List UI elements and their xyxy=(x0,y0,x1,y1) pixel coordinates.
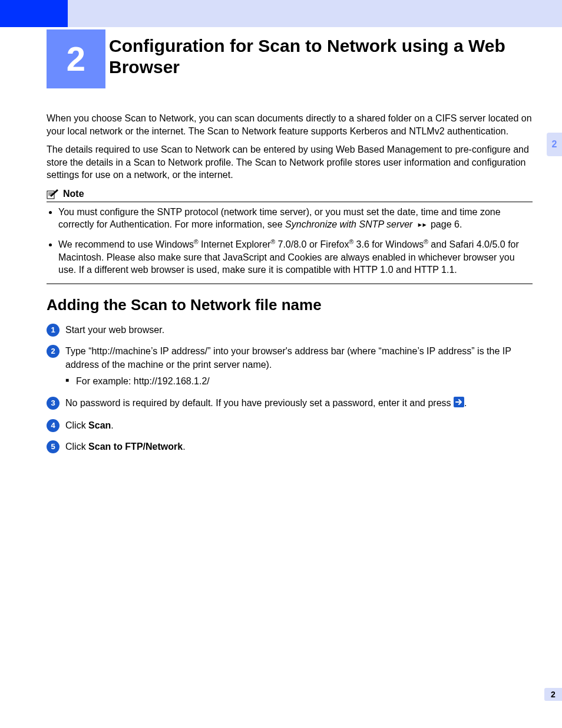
step-5: 5 Click Scan to FTP/Network. xyxy=(47,440,533,453)
step-4-text-post: . xyxy=(111,420,113,430)
step-3-text-post: . xyxy=(464,398,467,408)
intro-paragraph-2: The details required to use Scan to Netw… xyxy=(47,143,533,182)
step-badge-4: 4 xyxy=(47,419,59,432)
note-list: You must configure the SNTP protocol (ne… xyxy=(58,206,533,276)
step-3-text-pre: No password is required by default. If y… xyxy=(65,398,454,408)
step-badge-5: 5 xyxy=(47,440,59,453)
note-item-1-text-post: page 6. xyxy=(431,219,462,229)
step-3: 3 No password is required by default. If… xyxy=(47,397,533,411)
note-heading: Note xyxy=(47,187,533,202)
note-item-2: We recommend to use Windows® Internet Ex… xyxy=(58,238,533,276)
section-heading: Adding the Scan to Network file name xyxy=(47,295,533,315)
page-number: 2 xyxy=(544,688,562,701)
side-chapter-tab: 2 xyxy=(547,133,562,156)
step-4-bold: Scan xyxy=(88,420,111,430)
step-2: 2 Type “http://machine’s IP address/” in… xyxy=(47,345,533,388)
intro-paragraph-1: When you choose Scan to Network, you can… xyxy=(47,112,533,137)
note-icon xyxy=(47,189,59,199)
header-accent-blue xyxy=(0,0,68,27)
header-bar xyxy=(0,0,562,27)
note-label: Note xyxy=(63,187,84,200)
registered-mark-3: ® xyxy=(349,239,353,245)
step-4-text-pre: Click xyxy=(65,420,88,430)
double-arrow-icon: ▸▸ xyxy=(412,219,431,230)
step-badge-1: 1 xyxy=(47,324,59,337)
note-item-2-seg2: Internet Explorer xyxy=(199,239,271,249)
note-item-2-seg3: 7.0/8.0 or Firefox xyxy=(275,239,349,249)
note-item-1-xref: Synchronize with SNTP server xyxy=(285,219,412,229)
step-5-text-pre: Click xyxy=(65,442,88,452)
step-2-text: Type “http://machine’s IP address/” into… xyxy=(65,346,511,369)
divider xyxy=(47,284,533,284)
note-item-2-seg4: 3.6 for Windows xyxy=(353,239,424,249)
step-badge-3: 3 xyxy=(47,397,59,410)
chapter-number-badge: 2 xyxy=(47,29,105,88)
step-5-text-post: . xyxy=(183,442,185,452)
note-item-1: You must configure the SNTP protocol (ne… xyxy=(58,206,533,231)
step-badge-2: 2 xyxy=(47,345,59,358)
note-item-2-seg1: We recommend to use Windows xyxy=(58,239,194,249)
enter-arrow-icon xyxy=(454,397,464,411)
registered-mark-1: ® xyxy=(194,239,199,245)
page-content: When you choose Scan to Network, you can… xyxy=(47,112,533,462)
step-2-example: For example: http://192.168.1.2/ xyxy=(65,375,533,388)
header-accent-light xyxy=(68,0,562,27)
chapter-title: Configuration for Scan to Network using … xyxy=(109,35,533,78)
step-1-text: Start your web browser. xyxy=(65,325,164,335)
registered-mark-2: ® xyxy=(270,239,275,245)
step-5-bold: Scan to FTP/Network xyxy=(88,442,183,452)
registered-mark-4: ® xyxy=(424,239,428,245)
steps-list: 1 Start your web browser. 2 Type “http:/… xyxy=(47,324,533,454)
step-1: 1 Start your web browser. xyxy=(47,324,533,337)
step-4: 4 Click Scan. xyxy=(47,419,533,432)
